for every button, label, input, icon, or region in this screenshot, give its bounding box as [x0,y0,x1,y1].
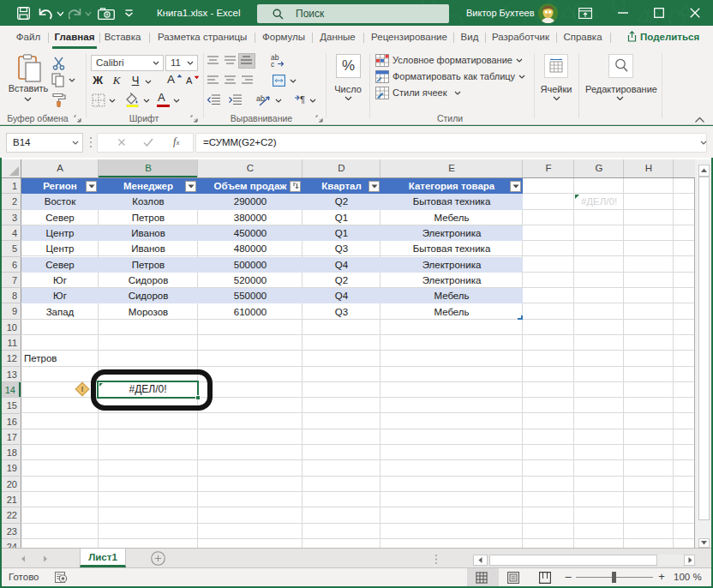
svg-text:¶: ¶ [300,94,305,105]
